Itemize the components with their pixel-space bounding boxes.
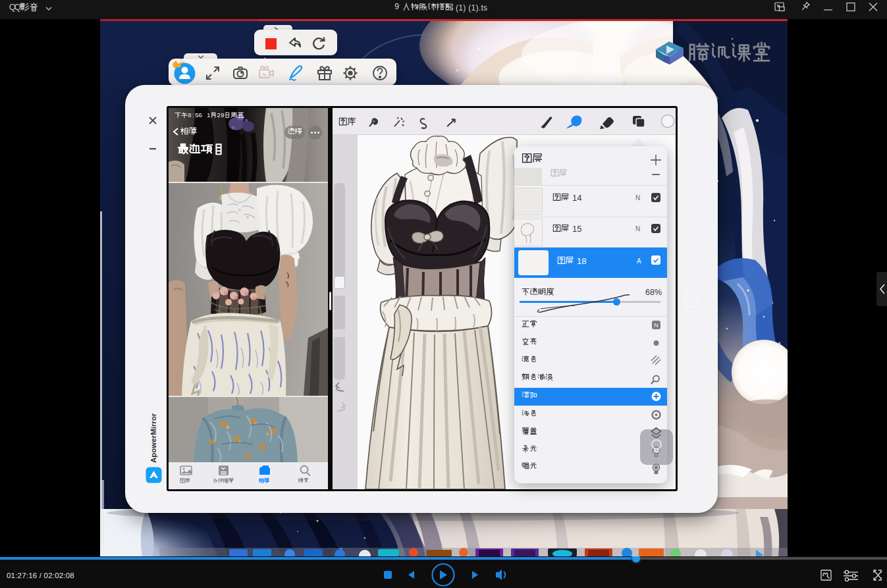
svg-text:Q: Q [14, 2, 20, 12]
svg-text:6: 6 [199, 111, 202, 119]
svg-text:2: 2 [217, 111, 221, 119]
svg-text:9: 9 [221, 111, 224, 119]
svg-text:8: 8 [188, 111, 191, 119]
svg-text:N: N [654, 322, 659, 329]
svg-text:9: 9 [394, 2, 399, 11]
svg-text::: : [192, 111, 194, 119]
svg-text:1: 1 [207, 111, 210, 119]
